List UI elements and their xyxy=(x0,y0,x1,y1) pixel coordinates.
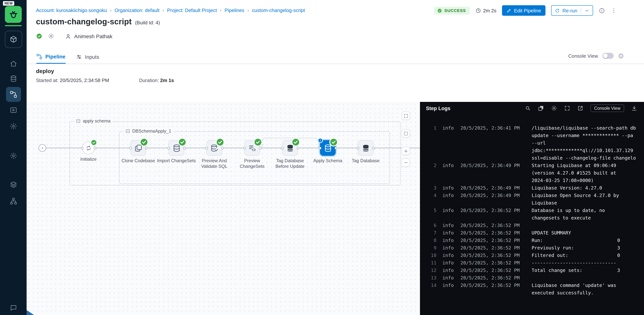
pipeline-node-preview-and-validate-sql[interactable] xyxy=(206,140,222,156)
log-timestamp: 20/5/2025, 2:36:49 PM xyxy=(455,162,522,169)
log-line-number xyxy=(420,147,436,154)
pipeline-node-preview-changesets[interactable] xyxy=(244,140,260,156)
breadcrumb-link[interactable]: custom-changelog-script xyxy=(252,8,305,13)
log-message: Liquibase command 'update' was xyxy=(522,282,644,289)
nav-pipelines[interactable] xyxy=(6,87,21,102)
nav-databases[interactable] xyxy=(6,71,21,86)
log-lines[interactable]: 1info20/5/2025, 2:36:41 PM/liquibase/liq… xyxy=(420,114,644,297)
gear-icon[interactable] xyxy=(48,33,54,39)
log-message: UPDATE SUMMARY xyxy=(522,229,644,237)
log-line: 2info20/5/2025, 2:36:49 PMStarting Liqui… xyxy=(420,162,644,169)
nav-connectors[interactable] xyxy=(6,194,21,209)
pipeline-canvas[interactable]: apply schema DBSchemaApply_1 InitializeC… xyxy=(26,102,420,315)
nav-home[interactable] xyxy=(6,56,21,71)
title-row: custom-changelog-script (Build Id: 4) xyxy=(36,17,160,26)
log-line-number xyxy=(420,154,436,162)
marquee-button[interactable] xyxy=(402,129,410,138)
execution-duration: 2m 2s xyxy=(475,8,496,13)
more-options-icon[interactable] xyxy=(611,7,617,14)
external-link-icon[interactable] xyxy=(577,105,583,111)
chat-widget-corner[interactable] xyxy=(26,310,34,315)
tab-pipeline[interactable]: Pipeline xyxy=(36,50,65,64)
copy-icon[interactable] xyxy=(538,105,544,111)
breadcrumb-link[interactable]: Project: Default Project xyxy=(167,8,217,13)
nav-module-switcher[interactable] xyxy=(5,31,22,48)
breadcrumb-link[interactable]: Pipelines xyxy=(224,8,244,13)
collapse-icon[interactable] xyxy=(76,119,80,123)
console-view-toggle[interactable] xyxy=(602,53,614,59)
log-line-number: 4 xyxy=(420,192,436,199)
log-message: Run:0 xyxy=(522,237,644,244)
log-message: Previously run:3 xyxy=(522,244,644,252)
pipeline-node-apply-schema[interactable]: i xyxy=(320,140,336,156)
log-level: info xyxy=(436,184,455,192)
tab-bar: Pipeline Inputs xyxy=(36,50,99,64)
log-level: info xyxy=(436,207,455,214)
node-label: Preview And Validate SQL xyxy=(194,158,235,169)
info-icon[interactable] xyxy=(618,53,624,58)
connector-dot xyxy=(129,147,132,149)
fullscreen-icon[interactable] xyxy=(564,105,570,111)
duration-text: 2m 2s xyxy=(483,8,496,13)
nav-project-setup[interactable] xyxy=(6,148,21,163)
expand-button[interactable] xyxy=(402,112,410,120)
log-level xyxy=(436,147,455,154)
log-line-number xyxy=(420,132,436,139)
log-line: ssl=disable --changelog-file changelo xyxy=(420,154,644,162)
log-level: info xyxy=(436,162,455,169)
nav-settings[interactable] xyxy=(6,119,21,134)
connector-dot xyxy=(334,147,337,149)
log-message: 2024-03-25 17:08+0000) xyxy=(522,177,644,184)
rerun-button[interactable]: Re-run xyxy=(551,5,593,16)
log-timestamp: 20/5/2025, 2:36:52 PM xyxy=(455,237,522,244)
log-timestamp xyxy=(455,139,522,147)
pipeline-node-import-changesets[interactable] xyxy=(168,140,184,156)
pipeline-node-clone-codebase[interactable] xyxy=(130,140,146,156)
tab-inputs[interactable]: Inputs xyxy=(76,50,99,64)
zoom-in-icon xyxy=(403,148,408,154)
success-check-icon xyxy=(178,138,186,146)
success-check-icon xyxy=(329,138,338,146)
node-label: Clone Codebase xyxy=(118,158,159,164)
pipeline-node-initialize[interactable] xyxy=(82,142,95,154)
breadcrumb-separator: › xyxy=(220,8,222,13)
search-icon[interactable] xyxy=(525,105,531,111)
group-label[interactable]: apply schema xyxy=(74,118,113,124)
nav-environments[interactable] xyxy=(6,177,21,192)
pipeline-status-icon xyxy=(36,33,42,39)
log-settings-icon[interactable] xyxy=(551,105,557,111)
log-level xyxy=(436,169,455,177)
log-timestamp xyxy=(455,214,522,222)
pipeline-node-tag-database-before-update[interactable] xyxy=(282,140,298,156)
log-line: 8info20/5/2025, 2:36:52 PMRun:0 xyxy=(420,237,644,244)
console-view-button[interactable]: Console View xyxy=(590,104,624,112)
meta-row: Animesh Pathak xyxy=(36,33,112,39)
edit-pipeline-button[interactable]: Edit Pipeline xyxy=(502,5,546,16)
download-icon[interactable] xyxy=(631,105,637,111)
zoom-out-button[interactable] xyxy=(402,158,410,167)
chevron-down-icon[interactable] xyxy=(584,8,589,13)
zoom-in-button[interactable] xyxy=(402,147,410,155)
pipeline-start-node[interactable] xyxy=(38,144,46,152)
nav-executions[interactable] xyxy=(6,103,21,118)
nav-help-chat[interactable] xyxy=(6,300,21,315)
log-line-number: 9 xyxy=(420,244,436,252)
log-level: info xyxy=(436,244,455,252)
step-info-badge: i xyxy=(318,138,323,143)
connector-dot xyxy=(243,147,246,149)
log-line-number: 6 xyxy=(420,222,436,229)
log-level xyxy=(436,199,455,207)
info-icon[interactable] xyxy=(599,7,605,14)
breadcrumb-link[interactable]: Organization: default xyxy=(114,8,160,13)
breadcrumb-link[interactable]: Account: kurosakiichigo.songoku xyxy=(36,8,107,13)
log-line: 1info20/5/2025, 2:36:41 PM/liquibase/liq… xyxy=(420,124,644,132)
account-logo[interactable] xyxy=(5,6,22,23)
breadcrumb-separator: › xyxy=(247,8,249,13)
log-message: Filtered out:0 xyxy=(522,252,644,259)
group-label[interactable]: DBSchemaApply_1 xyxy=(123,128,174,134)
log-timestamp: 20/5/2025, 2:36:41 PM xyxy=(455,124,522,132)
log-timestamp: 20/5/2025, 2:36:52 PM xyxy=(455,259,522,267)
collapse-icon[interactable] xyxy=(126,129,130,133)
success-check-icon xyxy=(216,138,224,146)
pipeline-node-tag-database[interactable] xyxy=(358,140,374,156)
